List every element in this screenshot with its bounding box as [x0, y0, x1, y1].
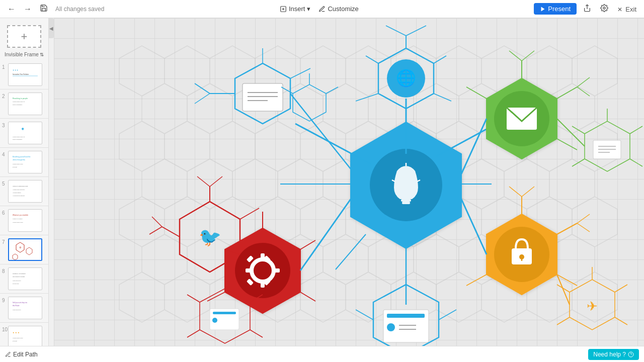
slide-thumb-2[interactable]: 2 Reaching to people Lorem ipsum dolor s… [0, 89, 48, 119]
svg-text:amet consectetur: amet consectetur [13, 104, 22, 106]
svg-marker-97 [323, 234, 368, 285]
present-button[interactable]: Present [534, 3, 577, 15]
save-button[interactable] [37, 3, 50, 15]
svg-line-134 [356, 94, 378, 101]
svg-marker-61 [119, 121, 165, 171]
slide-thumb-6[interactable]: 6 Whatever you establish a step or a dre… [0, 206, 48, 235]
svg-text:Lorem ipsum dolor: Lorem ipsum dolor [13, 337, 23, 339]
svg-text:sit amet lorem: sit amet lorem [13, 283, 19, 284]
svg-text:✦ ✦ ✦: ✦ ✦ ✦ [13, 69, 19, 71]
svg-rect-139 [243, 83, 283, 111]
edit-path-button[interactable]: Edit Path [5, 351, 38, 358]
svg-text:⚙: ⚙ [19, 246, 22, 249]
slide-panel: + Invisible Frame ⇅ 1 ✦ ✦ ✦ Innovative Y… [0, 18, 49, 362]
edit-path-label: Edit Path [13, 351, 38, 358]
exit-button[interactable]: ✕ Exit [615, 4, 639, 14]
svg-text:Whatever you establish: Whatever you establish [13, 273, 26, 275]
slide-preview-9: Sell your unit drop via this Route Lorem… [8, 297, 42, 319]
topbar: ← → All changes saved Insert ▾ Customize… [0, 0, 644, 18]
slide-thumb-3[interactable]: 3 ✦ Lorem ipsum dolor sit amet consectet… [0, 119, 48, 148]
svg-line-132 [434, 56, 446, 63]
svg-text:• Growing together: • Growing together [13, 192, 21, 193]
svg-point-228 [212, 318, 217, 323]
svg-line-206 [240, 208, 259, 219]
svg-rect-236 [387, 314, 425, 318]
redo-button[interactable]: → [21, 4, 34, 15]
svg-rect-212 [261, 282, 265, 288]
slide-preview-5: Startup to established entity • Offering… [8, 180, 42, 203]
slide-preview-3: ✦ Lorem ipsum dolor sit amet consectetur [8, 122, 42, 144]
svg-line-170 [557, 119, 585, 146]
svg-marker-47 [436, 46, 481, 96]
slide-thumb-8[interactable]: 8 Whatever you establish and support to … [0, 264, 48, 294]
svg-rect-211 [261, 253, 265, 259]
svg-line-220 [300, 199, 351, 270]
exit-label: Exit [625, 6, 636, 13]
svg-marker-40 [119, 46, 165, 96]
sidebar-collapse-handle[interactable]: ◀ [49, 18, 54, 38]
insert-button[interactable]: Insert ▾ [280, 5, 311, 13]
svg-line-150 [326, 87, 338, 94]
slide-preview-4: Benefiting yourself and the others throu… [8, 151, 42, 173]
svg-marker-52 [187, 83, 232, 134]
svg-line-161 [577, 87, 590, 96]
canvas-area[interactable]: 🌐 [54, 18, 644, 362]
svg-line-156 [461, 119, 487, 174]
svg-text:Lorem ipsum dolor: Lorem ipsum dolor [13, 309, 21, 310]
svg-marker-45 [346, 46, 391, 96]
svg-marker-99 [414, 234, 459, 285]
svg-line-202 [210, 176, 222, 187]
svg-text:amet consectetur: amet consectetur [13, 139, 22, 140]
svg-line-195 [615, 317, 627, 325]
svg-marker-82 [119, 197, 165, 247]
svg-point-5 [603, 7, 605, 9]
need-help-button[interactable]: Need help ? [588, 349, 639, 360]
slide-thumb-9[interactable]: 9 Sell your unit drop via this Route Lor… [0, 294, 48, 323]
share-button[interactable] [581, 3, 594, 15]
svg-text:Lorem ipsum dolor sit: Lorem ipsum dolor sit [13, 136, 25, 138]
svg-line-173 [630, 159, 642, 166]
svg-text:Lorem ipsum dolor: Lorem ipsum dolor [13, 222, 23, 223]
svg-line-204 [149, 227, 162, 234]
svg-text:and support to growth: and support to growth [13, 276, 25, 278]
customize-button[interactable]: Customize [318, 5, 358, 13]
slide-thumb-5[interactable]: 5 Startup to established entity • Offeri… [0, 177, 48, 206]
save-status: All changes saved [55, 6, 104, 13]
slide-preview-2: Reaching to people Lorem ipsum dolor sit… [8, 93, 42, 115]
svg-text:🌐: 🌐 [396, 68, 416, 87]
svg-line-135 [434, 94, 451, 101]
customize-label: Customize [328, 5, 358, 13]
svg-text:Lorem ipsum dolor: Lorem ipsum dolor [13, 163, 23, 165]
slide-thumb-4[interactable]: 4 Benefiting yourself and the others thr… [0, 148, 48, 177]
undo-button[interactable]: ← [5, 4, 18, 15]
svg-line-222 [300, 240, 315, 249]
svg-text:• Offering value proposition: • Offering value proposition [13, 189, 25, 190]
svg-rect-213 [246, 268, 252, 273]
svg-line-189 [466, 275, 487, 286]
add-slide-plus-icon: + [21, 30, 28, 43]
svg-line-136 [386, 26, 406, 36]
svg-rect-116 [401, 199, 411, 202]
svg-text:this Route: this Route [13, 305, 20, 307]
svg-line-196 [557, 317, 570, 325]
svg-line-183 [509, 187, 522, 197]
svg-text:Sell your unit drop via: Sell your unit drop via [13, 302, 27, 304]
svg-line-164 [466, 87, 487, 99]
add-slide-button[interactable]: + [7, 25, 41, 48]
slide-thumb-1[interactable]: 1 ✦ ✦ ✦ Innovative Your Solution [0, 60, 48, 89]
svg-text:✈: ✈ [587, 299, 598, 314]
svg-marker-62 [165, 121, 210, 171]
svg-line-172 [630, 126, 642, 134]
slide-preview-8: Whatever you establish and support to gr… [8, 267, 42, 290]
svg-line-124 [336, 234, 366, 269]
svg-line-184 [522, 187, 534, 197]
svg-line-145 [195, 94, 210, 104]
slide-preview-7: ⚙ [8, 238, 42, 261]
present-label: Present [548, 5, 571, 13]
slide-thumb-7[interactable]: 7 ⚙ [0, 235, 48, 264]
insert-label: Insert [289, 5, 305, 13]
svg-marker-103 [119, 272, 165, 322]
svg-line-186 [577, 223, 590, 232]
svg-marker-55 [323, 83, 368, 134]
settings-button[interactable] [598, 3, 611, 15]
